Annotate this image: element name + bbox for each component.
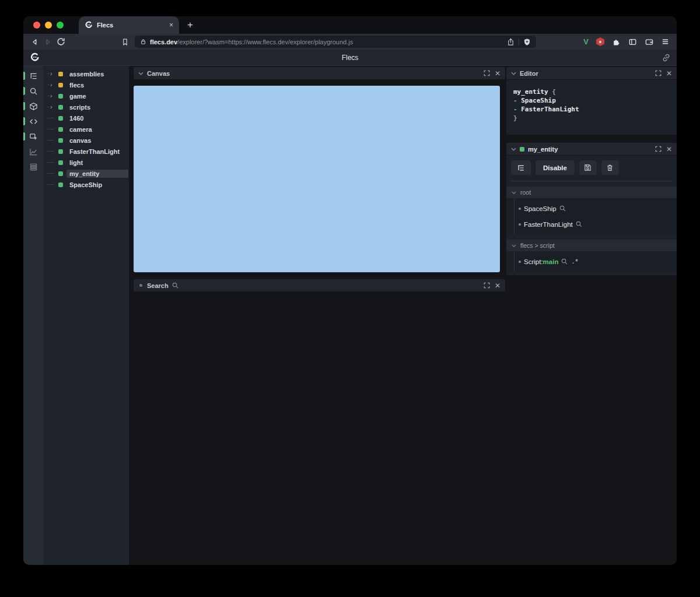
tree-item[interactable]: › my_entity: [43, 168, 129, 179]
fullscreen-icon[interactable]: [654, 69, 663, 78]
flecs-explorer-app: Flecs: [23, 50, 677, 565]
entity-kind-icon: [58, 138, 63, 143]
chevron-down-icon[interactable]: [512, 244, 516, 247]
browser-menu-icon[interactable]: [662, 38, 669, 45]
expand-chevron-icon[interactable]: ›: [50, 71, 52, 77]
extensions-puzzle-icon[interactable]: [612, 37, 621, 46]
search-icon[interactable]: [561, 258, 568, 265]
render-canvas[interactable]: [134, 86, 500, 272]
section-items: SpaceShip FasterThanLight: [506, 198, 677, 234]
component-section: root SpaceShip FasterThanLight: [506, 187, 677, 234]
sidebar-item-statistics[interactable]: [23, 144, 43, 159]
tree-connector: ›: [47, 173, 57, 174]
expand-chevron-icon[interactable]: ›: [50, 82, 52, 88]
tree-item[interactable]: › camera: [43, 124, 129, 135]
save-button[interactable]: [579, 160, 597, 175]
close-icon[interactable]: ✕: [666, 70, 672, 77]
red-extension-icon[interactable]: [596, 37, 604, 46]
close-icon[interactable]: ✕: [495, 282, 501, 289]
sidebar-item-inspector[interactable]: [23, 129, 43, 144]
tree-item[interactable]: › game: [43, 90, 129, 101]
code-line: }: [513, 114, 670, 122]
tree-connector: ›: [47, 162, 57, 163]
url-domain: flecs.dev: [150, 38, 177, 45]
new-tab-button[interactable]: +: [187, 19, 193, 31]
canvas-panel-header[interactable]: Canvas ✕: [134, 67, 505, 79]
close-icon[interactable]: ✕: [495, 70, 501, 77]
fullscreen-icon[interactable]: [654, 145, 663, 153]
chevron-down-icon[interactable]: [138, 72, 144, 75]
tree-item-label: 1460: [66, 114, 128, 122]
disable-button[interactable]: Disable: [536, 160, 575, 175]
browser-tab[interactable]: Flecs ×: [79, 16, 179, 34]
entity-kind-icon: [58, 94, 63, 99]
close-window-button[interactable]: [33, 22, 40, 29]
tab-close-icon[interactable]: ×: [169, 22, 173, 29]
component-section: flecs > script Script: main .*: [506, 240, 677, 272]
tree-item[interactable]: › light: [43, 157, 129, 168]
fullscreen-icon[interactable]: [483, 69, 491, 78]
share-link-icon[interactable]: [662, 54, 670, 62]
expand-chevron-icon[interactable]: ›: [50, 93, 52, 99]
expand-chevron-icon[interactable]: ›: [50, 104, 52, 110]
share-icon[interactable]: [507, 38, 514, 46]
chevron-down-icon[interactable]: [512, 191, 516, 194]
panel-title: Search: [147, 282, 169, 289]
chevron-down-icon[interactable]: [511, 148, 516, 151]
bookmark-icon[interactable]: [118, 36, 131, 48]
sidebar-item-tree-view[interactable]: [23, 68, 43, 83]
reload-button[interactable]: [54, 36, 67, 48]
chevron-down-icon[interactable]: [511, 72, 516, 75]
show-in-tree-button[interactable]: [511, 160, 531, 175]
sidebar-item-query-search[interactable]: [23, 83, 43, 99]
close-icon[interactable]: ✕: [666, 146, 672, 153]
section-header[interactable]: root: [506, 187, 677, 198]
tree-item-label: scripts: [66, 103, 128, 111]
tree-item-label: FasterThanLight: [66, 148, 128, 156]
tree-connector: ›: [47, 184, 57, 185]
address-bar[interactable]: flecs.dev/explorer/?wasm=https://www.fle…: [135, 36, 536, 48]
search-icon[interactable]: [559, 205, 566, 212]
component-label: FasterThanLight: [524, 221, 573, 228]
side-panel-icon[interactable]: [628, 38, 637, 46]
tree-connector: ›: [47, 71, 57, 77]
forward-button[interactable]: [41, 36, 54, 48]
app-header: Flecs: [23, 50, 677, 66]
vue-devtools-extension-icon[interactable]: V: [583, 37, 589, 46]
tree-item-label: light: [66, 159, 128, 167]
tree-connector: ›: [47, 82, 57, 88]
panel-title: my_entity: [528, 146, 558, 153]
tree-item[interactable]: › 1460: [43, 113, 129, 124]
sidebar-item-entities-cube[interactable]: [23, 99, 43, 114]
brave-shield-icon[interactable]: [523, 38, 531, 46]
tree-item-label: game: [66, 92, 128, 100]
fullscreen-icon[interactable]: [483, 282, 491, 290]
search-panel-header[interactable]: Search ✕: [134, 279, 505, 292]
minimize-window-button[interactable]: [45, 22, 52, 29]
panel-sidebar: [23, 66, 43, 565]
script-editor[interactable]: my_entity { - SpaceShip - FasterThanLigh…: [506, 80, 677, 135]
tree-item[interactable]: › canvas: [43, 135, 129, 146]
sidebar-item-code-editor[interactable]: [23, 114, 43, 129]
back-button[interactable]: [29, 36, 41, 48]
editor-panel-header[interactable]: Editor ✕: [506, 67, 677, 79]
search-icon[interactable]: [576, 221, 582, 227]
section-header[interactable]: flecs > script: [506, 240, 677, 251]
sidebar-item-data-tables[interactable]: [23, 159, 43, 174]
zoom-window-button[interactable]: [57, 22, 64, 29]
tree-item[interactable]: › scripts: [43, 101, 129, 113]
tree-connector: ›: [47, 151, 57, 152]
entity-kind-icon: [58, 160, 63, 165]
delete-button[interactable]: [601, 160, 619, 175]
tree-item[interactable]: › assemblies: [43, 68, 129, 79]
entity-panel-header[interactable]: my_entity ✕: [506, 143, 677, 155]
tree-item[interactable]: › flecs: [43, 79, 129, 90]
page-title: Flecs: [23, 54, 677, 62]
tab-title: Flecs: [97, 22, 165, 29]
tree-item[interactable]: › SpaceShip: [43, 179, 129, 190]
collapsed-indicator-icon[interactable]: [139, 284, 142, 287]
active-indicator: [23, 72, 25, 80]
panel-title: Editor: [520, 70, 538, 77]
tree-item[interactable]: › FasterThanLight: [43, 146, 129, 157]
wallet-icon[interactable]: [645, 38, 654, 46]
